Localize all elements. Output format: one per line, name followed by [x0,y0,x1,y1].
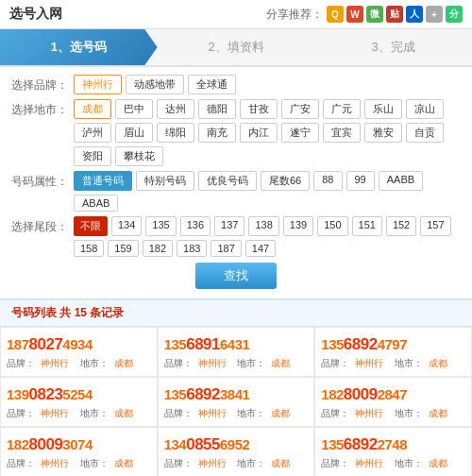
number-cell-6[interactable]: 18280093074品牌：神州行 地市：成都 [0,427,158,476]
step-fill-info[interactable]: 2、填资料 [158,29,315,65]
quality-tag-special[interactable]: 特别号码 [136,171,194,191]
tail-tag-134[interactable]: 134 [111,216,142,236]
number-cell-5[interactable]: 18280092847品牌：神州行 地市：成都 [314,377,472,427]
tail-tag-187[interactable]: 187 [211,240,241,257]
number-info-6: 品牌：神州行 地市：成都 [7,457,151,470]
quality-tag-abab[interactable]: ABAB [74,195,118,212]
tail-tag-136[interactable]: 136 [180,216,211,236]
tail-tag-151[interactable]: 151 [352,216,382,236]
tail-tag-135[interactable]: 135 [145,216,176,236]
number-info-1: 品牌：神州行 地市：成都 [164,357,309,370]
result-header: 号码列表 共 15 条记录 [0,299,472,327]
city-tag-suining[interactable]: 遂宁 [281,123,319,143]
phone-number-1: 13568916431 [164,335,309,354]
quality-label: 号码属性： [11,171,68,190]
share-icon-tieba[interactable]: 贴 [386,6,403,23]
number-cell-2[interactable]: 13568924797品牌：神州行 地市：成都 [314,327,472,377]
tail-tag-150[interactable]: 150 [317,216,347,236]
brand-tag-shenzhou[interactable]: 神州行 [74,75,122,94]
number-cell-7[interactable]: 13408556952品牌：神州行 地市：成都 [158,427,315,476]
city-tag-panzhihua[interactable]: 攀枝花 [115,146,163,166]
number-cell-1[interactable]: 13568916431品牌：神州行 地市：成都 [158,327,315,377]
quality-tags: 普通号码 特别号码 优良号码 尾数66 88 99 AABB ABAB [74,171,461,212]
number-info-0: 品牌：神州行 地市：成都 [7,357,151,370]
number-info-8: 品牌：神州行 地市：成都 [321,457,465,470]
number-info-4: 品牌：神州行 地市：成都 [164,407,309,420]
step-select-number[interactable]: 1、选号码 [0,29,158,65]
phone-number-0: 18780274934 [7,335,151,354]
brand-tags: 神州行 动感地带 全球通 [74,75,461,94]
tail-tag-182[interactable]: 182 [143,240,173,257]
search-button[interactable]: 查找 [195,263,277,289]
tail-tag-138[interactable]: 138 [248,216,278,236]
result-header-suffix: 条记录 [90,306,124,319]
city-tag-nanchong[interactable]: 南充 [198,123,236,143]
quality-tag-66[interactable]: 尾数66 [261,171,310,191]
quality-tag-aabb[interactable]: AABB [379,171,423,191]
number-info-7: 品牌：神州行 地市：成都 [164,457,309,470]
phone-number-7: 13408556952 [164,435,309,454]
share-icon-more[interactable]: + [426,6,443,23]
share-icon-green[interactable]: 分 [446,6,463,23]
city-tag-chengdu[interactable]: 成都 [74,99,111,119]
tail-tag-139[interactable]: 139 [283,216,313,236]
quality-filter-row: 号码属性： 普通号码 特别号码 优良号码 尾数66 88 99 AABB ABA… [11,171,461,212]
number-info-5: 品牌：神州行 地市：成都 [321,407,465,420]
number-grid: 18780274934品牌：神州行 地市：成都13568916431品牌：神州行… [0,327,472,476]
tail-tag-183[interactable]: 183 [177,240,207,257]
quality-tag-normal[interactable]: 普通号码 [74,171,132,191]
city-tag-zigong[interactable]: 自贡 [406,123,444,143]
share-icon-weibo[interactable]: W [346,6,363,23]
city-tag-yaan[interactable]: 雅安 [364,123,402,143]
share-label: 分享推荐： [266,7,323,23]
city-tags: 成都 巴中 达州 德阳 甘孜 广安 广元 乐山 凉山 泸州 眉山 绵阳 南充 内… [74,99,461,166]
city-tag-neijiang[interactable]: 内江 [240,123,278,143]
brand-label: 选择品牌： [11,75,68,94]
steps-container: 1、选号码 2、填资料 3、完成 [0,29,472,67]
tail-tag-159[interactable]: 159 [108,240,138,257]
city-tag-leshan[interactable]: 乐山 [364,99,402,119]
tail-tag-157[interactable]: 157 [420,216,450,236]
page-title: 选号入网 [9,6,62,23]
brand-tag-donggandidai[interactable]: 动感地带 [126,75,184,94]
number-cell-3[interactable]: 13908235254品牌：神州行 地市：成都 [0,377,158,427]
quality-tag-99[interactable]: 99 [346,171,375,191]
city-tag-meishan[interactable]: 眉山 [115,123,153,143]
city-tag-yibin[interactable]: 宜宾 [323,123,361,143]
filter-area: 选择品牌： 神州行 动感地带 全球通 选择地市： 成都 巴中 达州 德阳 甘孜 … [0,67,472,299]
tail-label: 选择尾段： [11,216,68,235]
tail-tag-158[interactable]: 158 [74,240,104,257]
phone-number-5: 18280092847 [321,385,465,404]
brand-tag-quanqiutong[interactable]: 全球通 [188,75,236,94]
quality-tag-good[interactable]: 优良号码 [198,171,257,191]
city-tag-mianyang[interactable]: 绵阳 [157,123,194,143]
quality-tag-88[interactable]: 88 [313,171,342,191]
number-cell-4[interactable]: 13568923841品牌：神州行 地市：成都 [158,377,315,427]
tail-tag-137[interactable]: 137 [214,216,244,236]
step-complete[interactable]: 3、完成 [314,29,472,65]
city-tag-liangshan[interactable]: 凉山 [406,99,444,119]
share-icon-qq[interactable]: Q [327,6,344,23]
tail-tags: 不限 134 135 136 137 138 139 150 151 152 1… [74,216,461,257]
phone-number-2: 13568924797 [321,335,465,354]
brand-filter-row: 选择品牌： 神州行 动感地带 全球通 [11,75,461,94]
share-icon-renren[interactable]: 人 [406,6,423,23]
result-count: 15 [75,306,87,319]
number-cell-8[interactable]: 13568922748品牌：神州行 地市：成都 [314,427,472,476]
city-tag-ziyang[interactable]: 资阳 [74,146,111,166]
city-tag-bazhong[interactable]: 巴中 [115,99,153,119]
city-tag-dazhou[interactable]: 达州 [157,99,194,119]
tail-tag-152[interactable]: 152 [386,216,416,236]
tail-tag-147[interactable]: 147 [245,240,276,257]
city-tag-guangan[interactable]: 广安 [281,99,319,119]
share-icon-wechat[interactable]: 微 [366,6,383,23]
city-tag-guangyuan[interactable]: 广元 [323,99,361,119]
page-header: 选号入网 分享推荐： Q W 微 贴 人 + 分 [0,0,472,29]
city-tag-deyang[interactable]: 德阳 [198,99,236,119]
city-filter-row: 选择地市： 成都 巴中 达州 德阳 甘孜 广安 广元 乐山 凉山 泸州 眉山 绵… [11,99,461,166]
number-cell-0[interactable]: 18780274934品牌：神州行 地市：成都 [0,327,158,377]
city-tag-ganzhi[interactable]: 甘孜 [240,99,278,119]
city-tag-luzhou[interactable]: 泸州 [74,123,111,143]
tail-tag-nolimit[interactable]: 不限 [74,216,108,236]
phone-number-3: 13908235254 [7,385,151,404]
